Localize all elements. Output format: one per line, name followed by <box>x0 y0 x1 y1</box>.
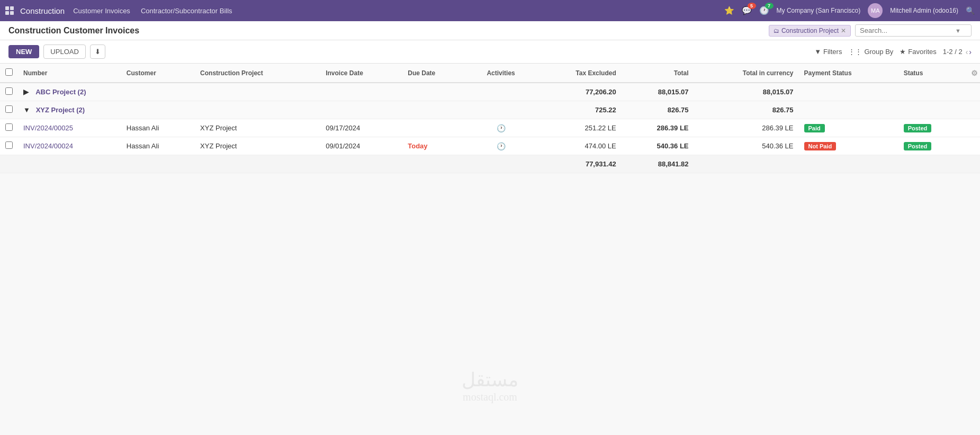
messages-badge: 5 <box>748 3 756 9</box>
filter-tag-label: Construction Project <box>781 27 839 34</box>
group-name-label[interactable]: ABC Project (2) <box>35 88 86 96</box>
row-status: Posted <box>898 119 964 137</box>
row-customer: Hassan Ali <box>121 137 195 155</box>
search-bar-row: 🗂 Construction Project ✕ ▼ <box>769 24 972 37</box>
download-button[interactable]: ⬇ <box>90 45 105 59</box>
new-button[interactable]: NEW <box>8 45 39 58</box>
row-payment-status: Not Paid <box>799 137 898 155</box>
row-invoice-date: 09/17/2024 <box>320 119 402 137</box>
col-total[interactable]: Total <box>622 64 694 83</box>
calendar-badge: 7 <box>765 3 774 9</box>
row-number[interactable]: INV/2024/00025 <box>18 119 121 137</box>
row-project: XYZ Project <box>195 119 320 137</box>
activity-clock-icon[interactable]: 🕐 <box>497 142 506 150</box>
group-row: ▼ XYZ Project (2) 725.22 826.75 826.75 <box>0 101 980 119</box>
table-row[interactable]: INV/2024/00025 Hassan Ali XYZ Project 09… <box>0 119 980 137</box>
nav-left: Construction Customer Invoices Contracto… <box>5 6 719 15</box>
group-checkbox[interactable] <box>5 87 13 95</box>
group-settings-cell <box>964 101 980 119</box>
user-name[interactable]: Mitchell Admin (odoo16) <box>890 7 958 14</box>
pagination-next[interactable]: › <box>969 48 972 56</box>
search-input-wrapper[interactable]: ▼ <box>855 24 972 37</box>
star-icon-btn[interactable]: ⭐ <box>724 6 734 15</box>
row-number[interactable]: INV/2024/00024 <box>18 137 121 155</box>
row-checkbox[interactable] <box>5 141 13 149</box>
favorites-button[interactable]: ★ Favorites <box>900 48 936 56</box>
status-badge: Posted <box>904 124 932 132</box>
col-activities[interactable]: Activities <box>467 64 534 83</box>
footer-empty <box>18 155 534 173</box>
row-activities: 🕐 <box>467 137 534 155</box>
group-total-currency: 826.75 <box>694 101 799 119</box>
row-payment-status: Paid <box>799 119 898 137</box>
row-customer: Hassan Ali <box>121 119 195 137</box>
col-number[interactable]: Number <box>18 64 121 83</box>
group-settings-cell <box>964 83 980 101</box>
table-settings-icon[interactable]: ⚙ <box>971 69 978 77</box>
row-checkbox[interactable] <box>5 123 13 131</box>
app-name[interactable]: Construction <box>20 6 65 15</box>
select-all-checkbox[interactable] <box>5 68 13 76</box>
calendar-icon-btn[interactable]: 🕐7 <box>759 6 769 15</box>
row-invoice-date: 09/01/2024 <box>320 137 402 155</box>
nav-contractor-bills[interactable]: Contractor/Subcontractor Bills <box>139 7 235 15</box>
footer-status <box>898 155 964 173</box>
table-row[interactable]: INV/2024/00024 Hassan Ali XYZ Project 09… <box>0 137 980 155</box>
footer-settings <box>964 155 980 173</box>
footer-payment <box>799 155 898 173</box>
group-name-label[interactable]: XYZ Project (2) <box>36 106 85 114</box>
col-invoice-date[interactable]: Invoice Date <box>320 64 402 83</box>
favorites-icon: ★ <box>900 48 906 56</box>
group-toggle-icon[interactable]: ▼ <box>23 106 31 114</box>
filter-tag-close[interactable]: ✕ <box>841 27 846 34</box>
invoices-table-container: Number Customer Construction Project Inv… <box>0 64 980 173</box>
status-badge: Posted <box>904 142 932 150</box>
col-payment-status[interactable]: Payment Status <box>799 64 898 83</box>
row-total: 286.39 LE <box>622 119 694 137</box>
company-name[interactable]: My Company (San Francisco) <box>777 7 861 14</box>
activity-clock-icon[interactable]: 🕐 <box>497 124 506 132</box>
table-body: ▶ ABC Project (2) 77,206.20 88,015.07 88… <box>0 83 980 173</box>
nav-customer-invoices[interactable]: Customer Invoices <box>71 7 132 15</box>
action-bar-left: NEW UPLOAD ⬇ <box>8 45 105 59</box>
group-checkbox[interactable] <box>5 105 13 113</box>
invoice-link[interactable]: INV/2024/00024 <box>23 142 73 150</box>
group-name-cell[interactable]: ▶ ABC Project (2) <box>18 83 534 101</box>
top-navigation: Construction Customer Invoices Contracto… <box>0 0 980 21</box>
col-customer[interactable]: Customer <box>121 64 195 83</box>
user-avatar[interactable]: MA <box>868 3 883 18</box>
pagination: 1-2 / 2 ‹ › <box>943 48 972 56</box>
apps-grid-icon[interactable] <box>5 6 14 15</box>
row-settings-cell <box>964 119 980 137</box>
filter-tag-construction-project[interactable]: 🗂 Construction Project ✕ <box>769 25 851 37</box>
row-total-currency: 540.36 LE <box>694 137 799 155</box>
group-by-button[interactable]: ⋮⋮ Group By <box>848 48 893 56</box>
search-dropdown-icon[interactable]: ▼ <box>955 28 961 34</box>
table-header: Number Customer Construction Project Inv… <box>0 64 980 83</box>
filter-tag-icon: 🗂 <box>774 28 779 34</box>
row-total: 540.36 LE <box>622 137 694 155</box>
messages-icon-btn[interactable]: 💬5 <box>742 6 752 15</box>
col-checkbox <box>0 64 18 83</box>
col-status[interactable]: Status <box>898 64 964 83</box>
filters-button[interactable]: ▼ Filters <box>814 48 842 56</box>
group-payment-status-cell <box>799 101 898 119</box>
col-total-currency[interactable]: Total in currency <box>694 64 799 83</box>
group-by-icon: ⋮⋮ <box>848 48 862 56</box>
page-header: Construction Customer Invoices 🗂 Constru… <box>0 21 980 40</box>
upload-button[interactable]: UPLOAD <box>43 45 85 59</box>
col-construction-project[interactable]: Construction Project <box>195 64 320 83</box>
global-search-icon[interactable]: 🔍 <box>966 6 975 15</box>
group-toggle-icon[interactable]: ▶ <box>23 88 31 96</box>
col-tax-excluded[interactable]: Tax Excluded <box>534 64 622 83</box>
pagination-prev[interactable]: ‹ <box>966 48 968 56</box>
group-total-currency: 88,015.07 <box>694 83 799 101</box>
search-input[interactable] <box>860 26 955 34</box>
invoices-table: Number Customer Construction Project Inv… <box>0 64 980 173</box>
invoice-link[interactable]: INV/2024/00025 <box>23 124 73 132</box>
col-due-date[interactable]: Due Date <box>402 64 467 83</box>
group-by-label: Group By <box>864 48 893 56</box>
row-tax-excluded: 474.00 LE <box>534 137 622 155</box>
group-name-cell[interactable]: ▼ XYZ Project (2) <box>18 101 534 119</box>
group-checkbox-cell <box>0 101 18 119</box>
